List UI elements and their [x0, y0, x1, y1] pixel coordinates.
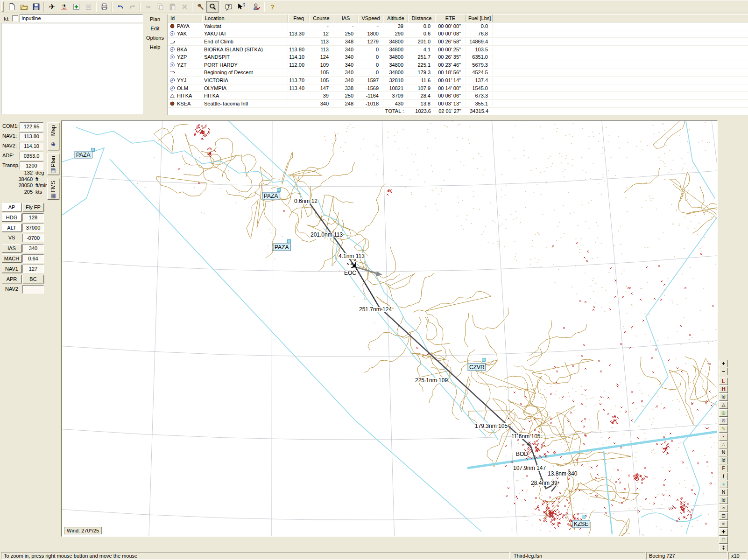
ap-ias-value[interactable]: 340 — [22, 244, 44, 252]
ap-vs-value[interactable]: -0700 — [22, 234, 44, 242]
small-airports-button[interactable]: • — [719, 433, 728, 441]
undo-button[interactable] — [114, 1, 126, 13]
ap-mach-button[interactable]: MACH — [2, 254, 21, 263]
select-region-button[interactable]: □ — [719, 536, 728, 544]
table-row-olm[interactable]: OLMOLYMPIA113.40147338-156910821107.900 … — [168, 84, 748, 92]
fuel-table-button[interactable] — [70, 1, 82, 13]
table-row-paya[interactable]: PAYAYakutat---390.000 00' 00"0.0 — [168, 22, 748, 30]
id-checkbox[interactable] — [12, 15, 18, 21]
tab-plan[interactable]: Plan▤ — [47, 153, 59, 175]
radio-field-nav2[interactable]: 114.10 — [20, 142, 43, 150]
save-file-button[interactable] — [30, 1, 42, 13]
ap-hdg-value[interactable]: 128 — [22, 213, 44, 222]
navaid-ids-button[interactable]: Id — [719, 457, 728, 464]
table-row-yyj[interactable]: YYJVICTORIA113.70105340-15973281011.600 … — [168, 77, 748, 84]
ap-hdg-button[interactable]: HDG — [2, 213, 21, 222]
column-header-vspeed[interactable]: VSpeed — [358, 14, 383, 22]
table-row[interactable]: End of Climb113348127934800201.000 26' 5… — [168, 38, 748, 46]
user-check-button[interactable] — [250, 1, 262, 13]
approach-button[interactable]: ✈ — [58, 1, 70, 13]
ap-ias-button[interactable]: IAS — [2, 244, 21, 252]
radio-field-nav1[interactable]: 113.80 — [20, 132, 43, 140]
inputline-field[interactable]: Inputline — [20, 14, 143, 22]
column-header-freq[interactable]: Freq — [288, 14, 309, 22]
radio-field-com1[interactable]: 122.95 — [20, 122, 43, 131]
user-markers-button[interactable]: ✎ — [719, 425, 728, 433]
map-canvas[interactable]: ✈PAZAPAZAPAZACZVRKZSEEOCBOD0.6nm 12201.0… — [62, 121, 717, 536]
menu-item-plan[interactable]: Plan — [143, 15, 167, 24]
column-header-filler[interactable] — [493, 14, 748, 22]
radio-field-transp[interactable]: 1200 — [20, 161, 43, 170]
navaid-frequencies-button[interactable]: F — [719, 465, 728, 472]
table-row-yzt[interactable]: YZTPORT HARDY112.00109340034800225.100 2… — [168, 61, 748, 69]
waypoint-square-paza[interactable] — [288, 240, 291, 243]
runways-button[interactable]: / — [719, 473, 728, 480]
waypoint-square-paza[interactable] — [277, 189, 281, 192]
open-file-button[interactable] — [18, 1, 30, 13]
radio-field-adf[interactable]: 0353.0 — [20, 152, 43, 160]
column-header-ias[interactable]: IAS — [333, 14, 358, 22]
table-row-yak[interactable]: YAKYAKUTAT113.301225018002900.600 00' 08… — [168, 30, 748, 38]
ap-nav1-button[interactable]: NAV1 — [2, 265, 21, 273]
map-panel[interactable]: ✈PAZAPAZAPAZACZVRKZSEEOCBOD0.6nm 12201.0… — [61, 120, 718, 537]
navaid-names-button[interactable]: N — [719, 449, 728, 456]
waypoint-input-list[interactable] — [1, 23, 143, 114]
ap-alt-value[interactable]: 37000 — [22, 224, 44, 232]
ap-mach-value[interactable]: 0.64 — [22, 254, 44, 263]
table-row[interactable]: Beginning of Descent105340034800179.300 … — [168, 69, 748, 77]
map-labels-button[interactable]: ⊡ — [719, 512, 728, 520]
context-help-button[interactable]: ? — [234, 1, 247, 13]
city-ids-button[interactable]: Id — [719, 497, 728, 504]
ndb-stations-button[interactable]: ⊙ — [719, 417, 728, 425]
column-header-location[interactable]: Location — [202, 14, 288, 22]
ap-flyfp-button[interactable]: Fly FP — [22, 203, 44, 211]
column-header-course[interactable]: Course — [309, 14, 333, 22]
column-header-ete[interactable]: ETE — [435, 14, 466, 22]
table-row-yzp[interactable]: YZPSANDSPIT114.10124340034800251.700 26'… — [168, 53, 748, 61]
print-button[interactable] — [98, 1, 110, 13]
ap-bc-button[interactable]: BC — [22, 275, 44, 283]
intersections-button[interactable]: △ — [719, 401, 728, 409]
measure-button[interactable]: ‡ — [719, 544, 728, 552]
waypoint-ids-button[interactable]: Id — [719, 393, 728, 401]
zoom-out-button[interactable]: − — [719, 368, 728, 375]
column-header-fuel-lbs-[interactable]: Fuel [Lbs] — [466, 14, 493, 22]
ap-ap-button[interactable]: AP — [2, 203, 21, 211]
tab-map[interactable]: Map⊕ — [47, 122, 59, 150]
help-topics-button[interactable]: ? — [222, 1, 234, 13]
terrain-contours — [154, 121, 717, 536]
menu-item-options[interactable]: Options — [143, 34, 167, 43]
aircraft-button[interactable]: ✈ — [46, 1, 58, 13]
table-row-ksea[interactable]: KSEASeattle-Tacoma Intl340248-101843013.… — [168, 100, 748, 108]
table-row-hitka[interactable]: HITKAHITKA39250-1164370928.400 06' 06"67… — [168, 92, 748, 100]
column-header-distance[interactable]: Distance — [408, 14, 435, 22]
vor-stations-button[interactable]: ◎ — [719, 409, 728, 417]
table-row-bka[interactable]: BKABIORKA ISLAND (SITKA)113.801133400348… — [168, 46, 748, 54]
zoom-in-button[interactable]: + — [719, 360, 728, 367]
ap-alt-button[interactable]: ALT — [2, 224, 21, 232]
find-button[interactable] — [206, 1, 219, 13]
waypoint-square-kzse[interactable] — [582, 515, 586, 518]
column-header-altitude[interactable]: Altitude — [383, 14, 408, 22]
menu-item-help[interactable]: Help — [143, 43, 167, 52]
medium-airports-button[interactable]: ∴ — [719, 441, 728, 448]
column-header-id[interactable]: Id — [168, 14, 202, 22]
city-names-button[interactable]: N — [719, 489, 728, 496]
waypoint-square-paza[interactable] — [92, 148, 95, 152]
low-airways-button[interactable]: L — [719, 378, 728, 385]
ap-nav2-value[interactable] — [22, 285, 44, 294]
tab-fms[interactable]: FMS▦ — [47, 178, 59, 200]
crosshair-button[interactable]: ✚ — [719, 528, 728, 536]
airspaces-button[interactable]: ○ — [719, 504, 728, 512]
ap-apr-button[interactable]: APR — [2, 275, 21, 283]
cities-button[interactable]: ● — [719, 481, 728, 488]
menu-item-edit[interactable]: Edit — [143, 24, 167, 34]
about-button[interactable]: ? — [266, 1, 278, 13]
airway-lines-button[interactable]: ≡ — [719, 520, 728, 528]
high-airways-button[interactable]: H — [719, 385, 728, 393]
ap-nav1-value[interactable]: 127 — [22, 265, 44, 273]
tools-button[interactable] — [194, 1, 206, 13]
toolbar-grip[interactable] — [1, 1, 4, 12]
new-file-button[interactable] — [6, 1, 18, 13]
waypoint-square-czvr[interactable] — [482, 358, 486, 362]
